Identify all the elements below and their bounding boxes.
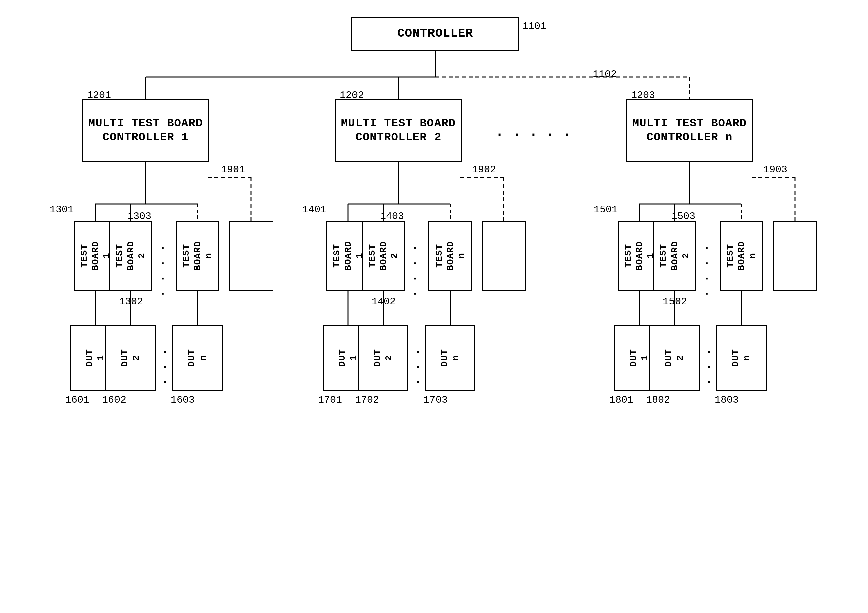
ref-1901: 1901	[221, 164, 245, 175]
ref-1701: 1701	[318, 394, 342, 406]
tbn-g2: TESTBOARDn	[428, 221, 472, 291]
mtbc2-label: MULTI TEST BOARDCONTROLLER 2	[341, 117, 456, 144]
ref-1303: 1303	[127, 211, 151, 222]
ref-1101: 1101	[522, 21, 546, 32]
tbn-g3-label: TESTBOARDn	[725, 241, 758, 271]
ref-1801: 1801	[609, 394, 633, 406]
controller-box: CONTROLLER	[352, 17, 519, 51]
ref-1602: 1602	[102, 394, 126, 406]
tb1-g2-label: TESTBOARD1	[332, 241, 365, 271]
tbn-g1: TESTBOARDn	[176, 221, 219, 291]
ellipsis-mtbc: . . . . .	[495, 124, 571, 140]
dut2-g2: DUT2	[358, 325, 408, 392]
ref-1102: 1102	[592, 69, 617, 80]
dut2-g1-label: DUT2	[119, 349, 142, 367]
dutn-g3-label: DUTn	[730, 349, 753, 367]
ref-1802: 1802	[646, 394, 670, 406]
dutn-g2: DUTn	[425, 325, 475, 392]
tbn-g1-label: TESTBOARDn	[181, 241, 215, 271]
dut2-g3: DUT2	[649, 325, 700, 392]
ref-1301: 1301	[50, 204, 74, 215]
tb2-g2-label: TESTBOARD2	[367, 241, 400, 271]
tb2-g3-label: TESTBOARD2	[658, 241, 691, 271]
diagram: CONTROLLER 1101 1102 MULTI TEST BOARDCON…	[0, 0, 868, 613]
extra-g1	[229, 221, 273, 291]
tb1-g1-label: TESTBOARD1	[79, 241, 113, 271]
ref-1403: 1403	[380, 211, 404, 222]
mtbc1-label: MULTI TEST BOARDCONTROLLER 1	[88, 117, 203, 144]
mtbc1-box: MULTI TEST BOARDCONTROLLER 1	[82, 99, 209, 162]
ref-1803: 1803	[715, 394, 739, 406]
dut2-g2-label: DUT2	[372, 349, 394, 367]
ref-1702: 1702	[355, 394, 379, 406]
dutn-g3: DUTn	[716, 325, 767, 392]
ref-1603: 1603	[171, 394, 195, 406]
tbn-g2-label: TESTBOARDn	[434, 241, 467, 271]
ellipsis-tb-g1: . . . .	[158, 244, 172, 298]
extra-g3	[773, 221, 817, 291]
ref-1201: 1201	[87, 90, 111, 101]
dutn-g1-label: DUTn	[186, 349, 209, 367]
ref-1503: 1503	[671, 211, 695, 222]
ellipsis-tb-g2: . . . .	[411, 244, 425, 298]
tbn-g3: TESTBOARDn	[720, 221, 763, 291]
ellipsis-tb-g3: . . . .	[702, 244, 716, 298]
ref-1501: 1501	[594, 204, 618, 215]
ref-1601: 1601	[65, 394, 89, 406]
tb2-g1: TESTBOARD2	[109, 221, 152, 291]
tb1-g3-label: TESTBOARD1	[623, 241, 656, 271]
ref-1402: 1402	[372, 296, 396, 308]
ref-1902: 1902	[472, 164, 496, 175]
dut1-g1-label: DUT1	[84, 349, 107, 367]
ref-1903: 1903	[763, 164, 787, 175]
controller-label: CONTROLLER	[397, 26, 473, 41]
tb2-g2: TESTBOARD2	[361, 221, 405, 291]
dut1-g3-label: DUT1	[628, 349, 650, 367]
mtbcn-box: MULTI TEST BOARDCONTROLLER n	[626, 99, 753, 162]
ref-1302: 1302	[119, 296, 143, 308]
ref-1401: 1401	[302, 204, 326, 215]
dutn-g1: DUTn	[172, 325, 223, 392]
ref-1202: 1202	[340, 90, 364, 101]
ref-1502: 1502	[663, 296, 687, 308]
mtbc2-box: MULTI TEST BOARDCONTROLLER 2	[335, 99, 462, 162]
dut2-g3-label: DUT2	[663, 349, 685, 367]
tb2-g1-label: TESTBOARD2	[114, 241, 147, 271]
dut2-g1: DUT2	[105, 325, 156, 392]
dut1-g2-label: DUT1	[337, 349, 359, 367]
ref-1703: 1703	[423, 394, 448, 406]
dutn-g2-label: DUTn	[439, 349, 461, 367]
tb2-g3: TESTBOARD2	[653, 221, 696, 291]
mtbcn-label: MULTI TEST BOARDCONTROLLER n	[632, 117, 747, 144]
ref-1203: 1203	[631, 90, 655, 101]
extra-g2	[482, 221, 525, 291]
